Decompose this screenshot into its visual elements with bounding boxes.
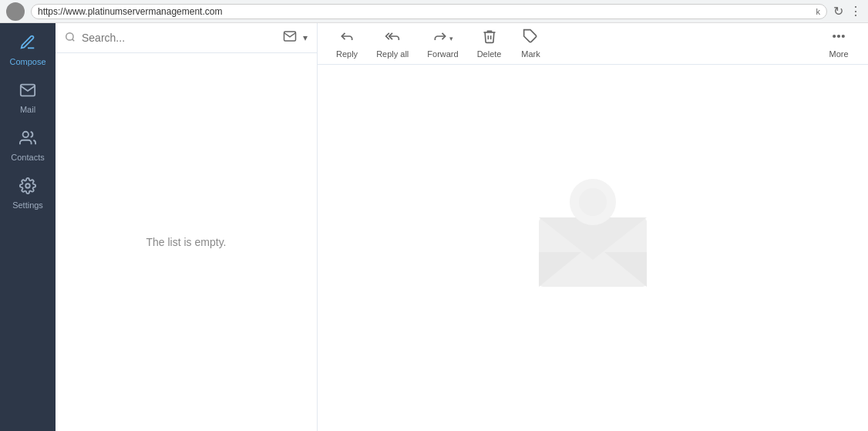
search-bar: ▾ [56,23,317,53]
mail-label: Mail [20,105,35,114]
sidebar-item-contacts[interactable]: Contacts [0,122,56,170]
mark-icon [523,29,538,48]
url-text: https://www.platinumservermanagement.com [38,6,222,17]
compose-label: Compose [9,57,45,66]
forward-label: Forward [427,49,458,59]
settings-label: Settings [12,200,43,210]
mail-icon [19,82,36,103]
search-icon [65,32,76,45]
mark-button[interactable]: Mark [513,25,547,62]
search-input[interactable] [82,32,277,44]
svg-point-7 [843,35,845,38]
reply-all-label: Reply all [376,49,409,59]
email-list-panel: ▾ The list is empty. [56,23,318,431]
reload-button[interactable]: ↻ [833,4,843,19]
forward-dropdown-arrow: ▾ [449,35,453,42]
svg-point-6 [838,35,840,38]
reply-all-icon [385,29,400,48]
sidebar-item-compose[interactable]: Compose [0,26,56,74]
reply-button[interactable]: Reply [330,25,364,62]
browser-bar: https://www.platinumservermanagement.com… [0,0,868,23]
browser-menu-button[interactable]: ⋮ [849,4,862,19]
browser-url-bar[interactable]: https://www.platinumservermanagement.com… [31,4,827,19]
email-viewer-panel: Reply Reply all [318,23,868,431]
more-label: More [829,49,848,59]
email-list-empty: The list is empty. [56,53,317,431]
browser-avatar [6,2,25,21]
svg-point-1 [25,184,30,188]
svg-point-0 [23,132,29,137]
mark-label: Mark [521,49,540,59]
forward-button[interactable]: ▾ Forward [421,25,464,62]
reply-icon [339,29,355,48]
forward-icon [432,29,448,48]
filter-dropdown-arrow[interactable]: ▾ [303,32,308,43]
svg-point-13 [579,188,607,216]
app-container: Compose Mail Contacts [0,23,868,431]
viewer-empty-state [318,65,868,431]
more-icon [831,29,846,48]
delete-button[interactable]: Delete [471,25,508,62]
delete-icon [482,29,497,48]
empty-envelope-illustration [516,163,670,302]
filter-icon[interactable] [283,29,297,46]
main-area: ▾ The list is empty. Reply [56,23,868,431]
svg-line-3 [72,39,75,41]
svg-point-2 [66,32,73,39]
contacts-label: Contacts [11,153,44,162]
reply-all-button[interactable]: Reply all [370,25,415,62]
empty-list-message: The list is empty. [146,236,227,248]
contacts-icon [19,130,36,150]
toolbar: Reply Reply all [318,23,868,65]
sidebar: Compose Mail Contacts [0,23,56,431]
sidebar-item-settings[interactable]: Settings [0,170,56,217]
reply-label: Reply [336,49,358,59]
delete-label: Delete [477,49,502,59]
settings-icon [19,177,36,198]
compose-icon [19,34,36,55]
url-icon: k [816,7,821,16]
sidebar-item-mail[interactable]: Mail [0,74,56,122]
more-button[interactable]: More [822,25,856,62]
svg-point-5 [833,35,836,38]
